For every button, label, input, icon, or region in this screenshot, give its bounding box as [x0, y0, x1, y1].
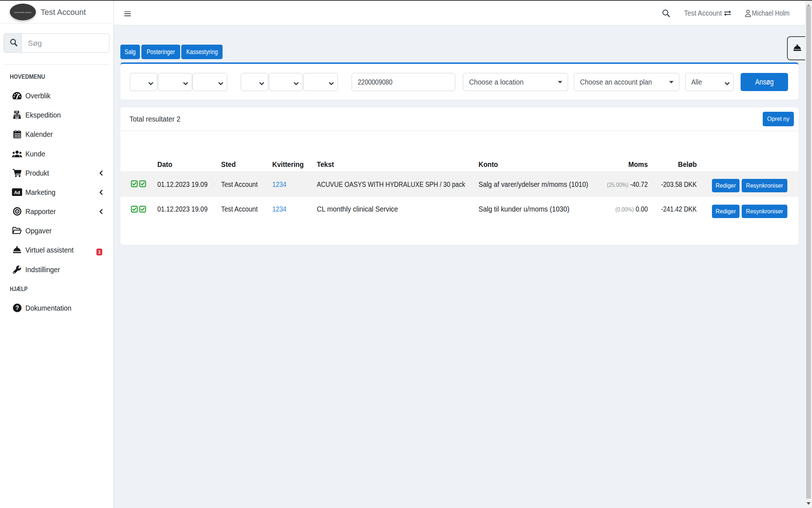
svg-text:?: ? — [15, 304, 19, 311]
svg-text:Ad: Ad — [14, 190, 20, 195]
